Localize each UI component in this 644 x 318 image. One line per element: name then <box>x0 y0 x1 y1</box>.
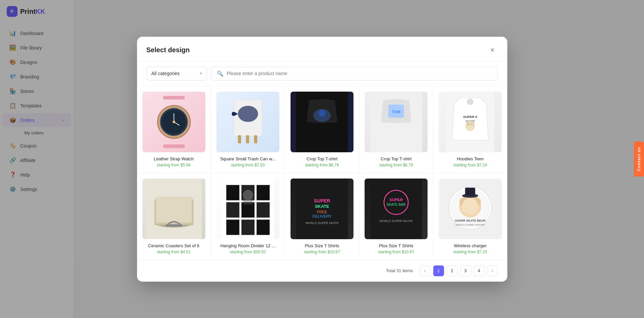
product-card-hanging-divider[interactable]: Hanging Room Divider 12 ...starting from… <box>211 173 285 260</box>
svg-text:WORLD SUPER SKATE: WORLD SUPER SKATE <box>305 221 338 225</box>
modal-close-button[interactable]: × <box>487 45 498 56</box>
product-image: TOM <box>365 92 428 152</box>
svg-text:SUPER: SUPER <box>314 198 330 203</box>
pagination-page-1-button[interactable]: 1 <box>433 265 444 276</box>
modal-toolbar: All categories ▾ 🔍 <box>137 61 507 86</box>
svg-rect-0 <box>163 96 184 99</box>
product-name: Square Small Trash Can w... <box>216 156 279 161</box>
svg-text:SUPER: SUPER <box>389 197 403 201</box>
main-content: Select design × All categories ▾ 🔍 <box>74 0 644 318</box>
product-card-plus-size-2[interactable]: SUPER SKATE BAR WORLD SUPER SKATE Plus S… <box>359 173 433 260</box>
product-card-wireless-charger[interactable]: SUPER SKATE BEAR WORLD SUPER SKATER Wire… <box>433 173 507 260</box>
product-name: Plus Size T Shirts <box>365 243 428 248</box>
product-name: Crop Top T-shirt <box>365 156 428 161</box>
chevron-down-icon: ▾ <box>200 71 202 76</box>
svg-rect-38 <box>226 202 239 217</box>
product-name: Hanging Room Divider 12 ... <box>216 243 279 248</box>
product-price: starting from $10.67 <box>304 250 340 254</box>
svg-rect-35 <box>226 185 239 200</box>
svg-point-53 <box>384 190 408 214</box>
product-card-leather-watch[interactable]: Leather Strap Watchstarting from $5.94 <box>137 86 211 173</box>
contact-us-button[interactable]: Contact us <box>634 141 644 177</box>
product-image: SUPER SKATE BAR WORLD SUPER SKATE <box>365 179 428 239</box>
product-name: Leather Strap Watch <box>142 156 205 161</box>
product-card-hoodies-teen[interactable]: SUPER S SKATER Hoodies Teenstarting from… <box>433 86 507 173</box>
svg-point-7 <box>172 121 175 123</box>
svg-rect-33 <box>165 224 182 226</box>
svg-rect-1 <box>163 144 184 148</box>
svg-point-63 <box>462 198 478 214</box>
pagination-next-button[interactable]: › <box>487 265 498 276</box>
svg-point-17 <box>318 110 326 117</box>
product-card-ceramic-coasters[interactable]: Ceramic Coasters Set of 6starting from $… <box>137 173 211 260</box>
svg-rect-65 <box>465 188 475 196</box>
product-image: SUPER SKATE FREE DELIVERY WORLD SUPER SK… <box>291 179 353 239</box>
svg-text:WORLD SUPER SKATE: WORLD SUPER SKATE <box>380 219 413 222</box>
product-image <box>216 179 279 239</box>
pagination-total: Total 31 items <box>386 268 413 273</box>
product-name: Ceramic Coasters Set of 6 <box>142 243 205 248</box>
product-card-plus-size-1[interactable]: SUPER SKATE FREE DELIVERY WORLD SUPER SK… <box>285 173 359 260</box>
svg-rect-12 <box>238 135 241 143</box>
pagination-page-2-button[interactable]: 2 <box>447 265 457 276</box>
product-name: Plus Size T Shirts <box>291 243 353 248</box>
modal-backdrop[interactable]: Select design × All categories ▾ 🔍 <box>74 0 644 318</box>
product-image <box>291 92 353 152</box>
modal-header: Select design × <box>137 37 507 61</box>
svg-text:SKATE BAR: SKATE BAR <box>386 203 406 206</box>
svg-rect-39 <box>241 202 255 217</box>
product-image <box>142 92 205 152</box>
product-image <box>216 92 279 152</box>
svg-rect-37 <box>257 185 270 200</box>
product-card-trash-can[interactable]: Square Small Trash Can w...starting from… <box>211 86 285 173</box>
product-card-crop-top-2[interactable]: TOM Crop Top T-shirtstarting from $6.79 <box>359 86 433 173</box>
search-icon: 🔍 <box>217 70 224 77</box>
product-price: starting from $7.03 <box>231 163 265 167</box>
svg-point-27 <box>470 122 474 126</box>
product-image: SUPER S SKATER <box>439 92 502 152</box>
product-price: starting from $4.51 <box>157 250 191 254</box>
product-name: Wireless charger <box>439 243 502 248</box>
product-price: starting from $7.23 <box>453 250 487 254</box>
product-image: SUPER SKATE BEAR WORLD SUPER SKATER <box>439 179 502 239</box>
product-image <box>142 179 205 239</box>
svg-rect-32 <box>156 197 191 222</box>
pagination-page-3-button[interactable]: 3 <box>460 265 471 276</box>
svg-rect-13 <box>246 135 249 143</box>
svg-rect-41 <box>226 220 239 235</box>
svg-rect-14 <box>254 135 257 143</box>
svg-rect-40 <box>257 202 270 217</box>
svg-point-22 <box>467 98 473 105</box>
product-price: starting from $30.50 <box>230 250 266 254</box>
svg-text:WORLD SUPER SKATER: WORLD SUPER SKATER <box>455 223 485 226</box>
product-name: Hoodies Teen <box>439 156 502 161</box>
svg-point-26 <box>466 122 470 126</box>
category-label: All categories <box>151 71 180 76</box>
svg-text:SUPER SKATE BEAR: SUPER SKATE BEAR <box>455 219 486 222</box>
svg-text:TOM: TOM <box>392 110 400 114</box>
category-dropdown[interactable]: All categories ▾ <box>146 67 207 81</box>
svg-text:DELIVERY: DELIVERY <box>312 214 332 218</box>
svg-rect-43 <box>257 220 270 235</box>
product-card-crop-top-1[interactable]: Crop Top T-shirtstarting from $6.79 <box>285 86 359 173</box>
product-price: starting from $6.79 <box>305 163 339 167</box>
select-design-modal: Select design × All categories ▾ 🔍 <box>137 37 507 282</box>
product-price: starting from $10.67 <box>378 250 414 254</box>
products-grid: Leather Strap Watchstarting from $5.94 S… <box>137 86 507 260</box>
product-price: starting from $6.79 <box>379 163 413 167</box>
product-name: Crop Top T-shirt <box>291 156 353 161</box>
svg-text:SUPER S: SUPER S <box>463 115 478 119</box>
svg-rect-45 <box>243 198 253 204</box>
product-price: starting from $5.94 <box>157 163 191 167</box>
pagination-page-4-button[interactable]: 4 <box>474 265 484 276</box>
pagination-prev-button[interactable]: ‹ <box>420 265 431 276</box>
search-box: 🔍 <box>211 67 498 81</box>
svg-rect-42 <box>241 220 255 235</box>
modal-footer: Total 31 items ‹ 1 2 3 4 › <box>137 260 507 282</box>
svg-point-11 <box>238 106 258 122</box>
product-price: starting from $7.24 <box>453 163 487 167</box>
modal-title: Select design <box>146 46 190 54</box>
svg-text:FREE: FREE <box>317 210 327 214</box>
search-input[interactable] <box>227 71 492 76</box>
svg-text:SKATE: SKATE <box>315 204 329 209</box>
